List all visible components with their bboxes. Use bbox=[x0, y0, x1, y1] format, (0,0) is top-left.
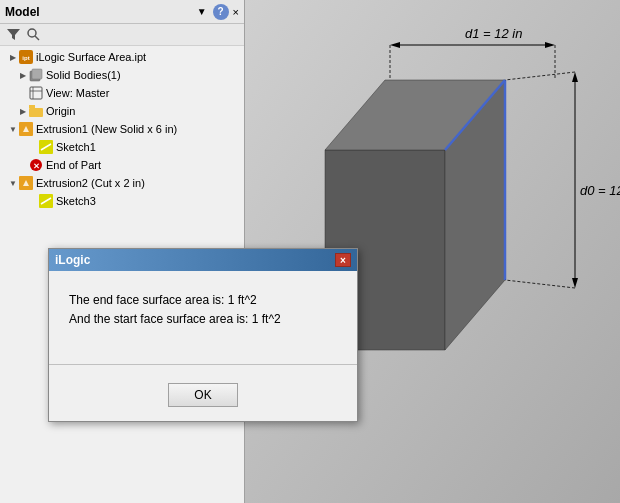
dropdown-arrow[interactable]: ▼ bbox=[197, 6, 207, 17]
svg-rect-11 bbox=[29, 105, 35, 108]
svg-text:ipt: ipt bbox=[22, 55, 29, 61]
svg-rect-6 bbox=[32, 69, 42, 79]
filter-icon[interactable] bbox=[5, 27, 21, 43]
extrusion1-icon bbox=[18, 121, 34, 137]
dialog-close-button[interactable]: × bbox=[335, 253, 351, 267]
svg-point-1 bbox=[28, 29, 36, 37]
svg-rect-7 bbox=[30, 87, 42, 99]
expand-arrow-solid: ▶ bbox=[18, 70, 28, 80]
tree-item-view[interactable]: ▶ View: Master bbox=[0, 84, 244, 102]
expand-arrow-extrusion1: ▼ bbox=[8, 124, 18, 134]
sketch1-icon bbox=[38, 139, 54, 155]
tree-toolbar bbox=[0, 24, 244, 46]
tree-item-extrusion2[interactable]: ▼ Extrusion2 (Cut x 2 in) bbox=[0, 174, 244, 192]
sketch3-label: Sketch3 bbox=[56, 195, 96, 207]
extrusion2-label: Extrusion2 (Cut x 2 in) bbox=[36, 177, 145, 189]
tree-item-extrusion1[interactable]: ▼ Extrusion1 (New Solid x 6 in) bbox=[0, 120, 244, 138]
origin-label: Origin bbox=[46, 105, 75, 117]
svg-rect-10 bbox=[29, 108, 43, 117]
extrusion2-icon bbox=[18, 175, 34, 191]
expand-arrow-origin: ▶ bbox=[18, 106, 28, 116]
expand-arrow-extrusion2: ▼ bbox=[8, 178, 18, 188]
panel-close-button[interactable]: × bbox=[233, 6, 239, 18]
svg-line-2 bbox=[35, 36, 39, 40]
tree-item-origin[interactable]: ▶ Origin bbox=[0, 102, 244, 120]
svg-marker-0 bbox=[7, 29, 20, 40]
end-of-part-icon: ✕ bbox=[28, 157, 44, 173]
tree-item-sketch1[interactable]: ▶ Sketch1 bbox=[0, 138, 244, 156]
dialog-title: iLogic bbox=[55, 253, 335, 267]
dialog-message-line2: And the start face surface area is: 1 ft… bbox=[69, 310, 337, 329]
tree-item-solid-bodies[interactable]: ▶ Solid Bodies(1) bbox=[0, 66, 244, 84]
extrusion1-label: Extrusion1 (New Solid x 6 in) bbox=[36, 123, 177, 135]
solid-bodies-icon bbox=[28, 67, 44, 83]
expand-arrow-ipt: ▶ bbox=[8, 52, 18, 62]
ipt-label: iLogic Surface Area.ipt bbox=[36, 51, 146, 63]
panel-header: Model ▼ ? × bbox=[0, 0, 244, 24]
sketch1-label: Sketch1 bbox=[56, 141, 96, 153]
dialog-message-line1: The end face surface area is: 1 ft^2 bbox=[69, 291, 337, 310]
ilogic-dialog: iLogic × The end face surface area is: 1… bbox=[48, 248, 358, 422]
dialog-footer: OK bbox=[49, 375, 357, 421]
dialog-message: The end face surface area is: 1 ft^2 And… bbox=[69, 291, 337, 329]
ok-button[interactable]: OK bbox=[168, 383, 238, 407]
sketch3-icon bbox=[38, 193, 54, 209]
search-icon[interactable] bbox=[25, 27, 41, 43]
tree-item-ipt[interactable]: ▶ ipt iLogic Surface Area.ipt bbox=[0, 48, 244, 66]
ipt-icon: ipt bbox=[18, 49, 34, 65]
dialog-body: The end face surface area is: 1 ft^2 And… bbox=[49, 271, 357, 354]
tree-item-sketch3[interactable]: ▶ Sketch3 bbox=[0, 192, 244, 210]
view-icon bbox=[28, 85, 44, 101]
end-of-part-label: End of Part bbox=[46, 159, 101, 171]
solid-bodies-label: Solid Bodies(1) bbox=[46, 69, 121, 81]
dialog-separator bbox=[49, 364, 357, 365]
dialog-titlebar: iLogic × bbox=[49, 249, 357, 271]
svg-text:✕: ✕ bbox=[33, 162, 40, 171]
view-label: View: Master bbox=[46, 87, 109, 99]
panel-title: Model bbox=[5, 5, 197, 19]
tree-item-end-of-part[interactable]: ▶ ✕ End of Part bbox=[0, 156, 244, 174]
help-icon[interactable]: ? bbox=[213, 4, 229, 20]
svg-text:d1 = 12 in: d1 = 12 in bbox=[465, 26, 522, 41]
origin-icon bbox=[28, 103, 44, 119]
svg-text:d0 = 12 in: d0 = 12 in bbox=[580, 183, 620, 198]
